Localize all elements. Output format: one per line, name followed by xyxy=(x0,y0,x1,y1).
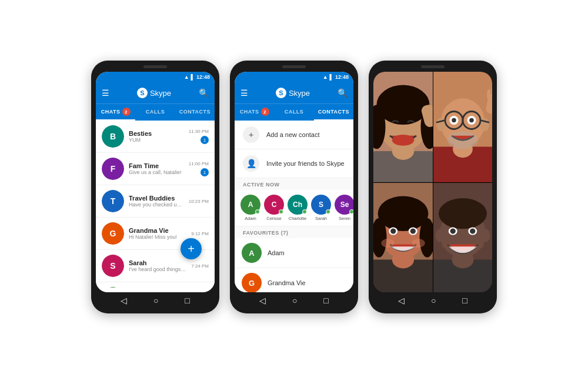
status-bar-2: ▲ ▌ 12:48 xyxy=(235,72,353,82)
back-button-1[interactable]: ◁ xyxy=(121,296,127,305)
svg-point-52 xyxy=(470,228,475,233)
svg-point-43 xyxy=(412,239,425,248)
phone-speaker-1 xyxy=(143,65,167,68)
tab-contacts-1[interactable]: CONTACTS xyxy=(175,104,215,121)
active-contact-sarah[interactable]: S Sarah xyxy=(311,195,331,221)
phones-container: ▲ ▌ 12:48 ☰ S Skype 🔍 CHATS 2 xyxy=(79,49,509,325)
phone-2: ▲ ▌ 12:48 ☰ S Skype 🔍 CHATS 2 xyxy=(230,61,358,313)
chats-badge-1: 2 xyxy=(122,108,131,116)
tab-calls-1[interactable]: CALLS xyxy=(135,104,175,121)
search-icon-1[interactable]: 🔍 xyxy=(199,88,209,98)
chat-preview-1: Give us a call, Natalie! xyxy=(129,169,184,175)
phone-1: ▲ ▌ 12:48 ☰ S Skype 🔍 CHATS 2 xyxy=(91,61,219,313)
active-now-header: ACTIVE NOW xyxy=(235,178,353,190)
chat-preview-4: I've heard good things. Serena said she.… xyxy=(129,266,186,272)
active-contact-cerisse[interactable]: C Cerisse xyxy=(264,195,284,221)
unread-1: 1 xyxy=(201,168,209,176)
tabs-1: CHATS 2 CALLS CONTACTS xyxy=(96,103,215,121)
phone-screen-1: ▲ ▌ 12:48 ☰ S Skype 🔍 CHATS 2 xyxy=(96,72,215,292)
fav-contact-grandma[interactable]: G Grandma Vie xyxy=(235,268,353,292)
online-dot-cerisse xyxy=(279,209,283,214)
avatar-fam: F xyxy=(102,158,124,180)
back-button-2[interactable]: ◁ xyxy=(259,296,266,305)
svg-point-41 xyxy=(410,228,416,233)
active-name-cerisse: Cerisse xyxy=(266,216,281,221)
phone-screen-2: ▲ ▌ 12:48 ☰ S Skype 🔍 CHATS 2 xyxy=(235,72,353,292)
home-button-3[interactable]: ○ xyxy=(431,296,436,305)
svg-point-24 xyxy=(469,118,474,123)
svg-point-53 xyxy=(441,242,452,248)
skype-logo-2: S xyxy=(276,88,286,98)
tab-chats-1[interactable]: CHATS 2 xyxy=(96,104,135,121)
active-avatar-seren: Se xyxy=(335,195,353,215)
chat-list-1: B Besties YUM 11:30 PM 1 F Fam Time Give… xyxy=(96,121,215,288)
add-contact-label: Add a new contact xyxy=(266,131,320,138)
recents-button-2[interactable]: □ xyxy=(323,296,328,305)
online-dot-sarah xyxy=(326,209,330,214)
home-bar-3: ◁ ○ □ xyxy=(373,292,492,309)
wifi-icon-2: ▲ xyxy=(323,74,328,80)
svg-point-55 xyxy=(435,229,444,242)
phone-screen-3 xyxy=(373,72,492,292)
active-contact-adam[interactable]: A Adam xyxy=(240,195,260,221)
avatar-grandma: G xyxy=(102,222,124,245)
header-title-1: S Skype xyxy=(137,88,171,98)
chat-meta-1: 11:00 PM 1 xyxy=(189,161,209,176)
home-button-2[interactable]: ○ xyxy=(292,296,297,305)
home-button-1[interactable]: ○ xyxy=(153,296,158,305)
chat-info-1: Fam Time Give us a call, Natalie! xyxy=(129,162,184,175)
chat-meta-0: 11:30 PM 1 xyxy=(189,129,209,144)
phone-speaker-2 xyxy=(282,65,306,68)
chats-badge-2: 2 xyxy=(261,108,269,116)
back-button-3[interactable]: ◁ xyxy=(398,296,405,305)
svg-point-8 xyxy=(392,135,415,146)
video-cell-0 xyxy=(373,72,433,182)
active-avatar-sarah: S xyxy=(311,195,331,215)
add-contact-action[interactable]: + Add a new contact xyxy=(235,121,353,149)
chat-item-5[interactable]: A Adam I'm almost done 1:00 PM xyxy=(96,282,215,288)
chat-time-2: 10:23 PM xyxy=(189,199,209,204)
active-contact-seren[interactable]: Se Seren xyxy=(335,195,353,221)
chat-time-3: 9:12 PM xyxy=(191,231,209,236)
svg-point-35 xyxy=(378,196,429,231)
avatar-besties: B xyxy=(102,125,124,148)
svg-point-56 xyxy=(482,229,490,242)
invite-action[interactable]: 👤 Invite your friends to Skype xyxy=(235,149,353,178)
add-icon: + xyxy=(243,126,259,143)
active-now-row: A Adam C Cerisse Ch xyxy=(235,190,353,226)
recents-button-3[interactable]: □ xyxy=(462,296,467,305)
active-contact-charlotte[interactable]: Ch Charlotte xyxy=(288,195,308,221)
unread-0: 1 xyxy=(201,136,209,144)
fab-button-1[interactable]: + xyxy=(181,238,202,259)
video-cell-2 xyxy=(373,182,433,293)
active-avatar-charlotte: Ch xyxy=(288,195,308,215)
chat-item-1[interactable]: F Fam Time Give us a call, Natalie! 11:0… xyxy=(96,153,215,185)
chat-name-1: Fam Time xyxy=(129,162,184,169)
video-cell-3 xyxy=(433,182,492,293)
tab-calls-2[interactable]: CALLS xyxy=(274,104,313,121)
menu-icon-1[interactable]: ☰ xyxy=(102,88,109,98)
invite-icon: 👤 xyxy=(243,155,259,172)
chat-item-2[interactable]: T Travel Buddies Have you checked under … xyxy=(96,185,215,218)
avatar-adam: A xyxy=(102,287,124,288)
phone-3: ◁ ○ □ xyxy=(369,61,497,313)
app-title-1: Skype xyxy=(150,89,171,98)
chat-info-2: Travel Buddies Have you checked under th… xyxy=(129,195,184,208)
status-bar-1: ▲ ▌ 12:48 xyxy=(96,72,215,82)
chat-time-0: 11:30 PM xyxy=(189,129,209,134)
active-avatar-cerisse: C xyxy=(264,195,284,215)
active-name-sarah: Sarah xyxy=(315,216,327,221)
chat-item-0[interactable]: B Besties YUM 11:30 PM 1 xyxy=(96,121,215,153)
fav-avatar-adam: A xyxy=(242,243,262,263)
tab-contacts-2[interactable]: CONTACTS xyxy=(314,104,353,121)
invite-label: Invite your friends to Skype xyxy=(266,160,345,167)
recents-button-1[interactable]: □ xyxy=(185,296,189,305)
search-icon-2[interactable]: 🔍 xyxy=(338,88,348,98)
phone-speaker-3 xyxy=(421,65,445,68)
active-name-seren: Seren xyxy=(339,216,350,221)
svg-point-50 xyxy=(450,228,456,233)
chat-name-4: Sarah xyxy=(129,259,186,266)
menu-icon-2[interactable]: ☰ xyxy=(240,88,248,98)
fav-contact-adam[interactable]: A Adam xyxy=(235,238,353,268)
tab-chats-2[interactable]: CHATS 2 xyxy=(235,104,274,121)
